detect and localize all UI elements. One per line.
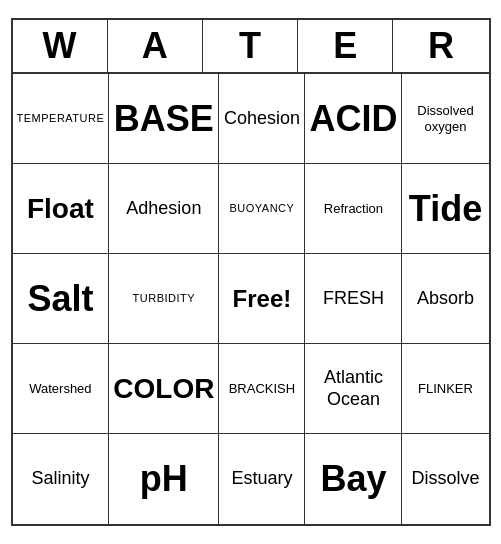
cell-text: BRACKISH [229,381,295,397]
bingo-cell: Adhesion [109,164,219,254]
bingo-cell: Float [13,164,110,254]
bingo-cell: FLINKER [402,344,488,434]
cell-text: Salinity [31,468,89,490]
cell-text: ACID [309,97,397,140]
bingo-cell: Estuary [219,434,305,524]
cell-text: BUOYANCY [229,202,294,215]
bingo-cell: Watershed [13,344,110,434]
header-letter: W [13,20,108,72]
cell-text: FRESH [323,288,384,310]
cell-text: Dissolved oxygen [406,103,484,134]
bingo-cell: Salinity [13,434,110,524]
cell-text: pH [140,457,188,500]
header-letter: T [203,20,298,72]
bingo-cell: Bay [305,434,402,524]
bingo-header: WATER [13,20,489,74]
bingo-cell: TEMPERATURE [13,74,110,164]
cell-text: Cohesion [224,108,300,130]
bingo-card: WATER TEMPERATUREBASECohesionACIDDissolv… [11,18,491,526]
bingo-cell: Tide [402,164,488,254]
cell-text: TURBIDITY [133,292,196,305]
cell-text: Tide [409,187,482,230]
cell-text: Adhesion [126,198,201,220]
bingo-cell: ACID [305,74,402,164]
cell-text: Salt [27,277,93,320]
bingo-cell: Absorb [402,254,488,344]
cell-text: Free! [233,285,292,313]
cell-text: Dissolve [411,468,479,490]
cell-text: Estuary [231,468,292,490]
bingo-cell: pH [109,434,219,524]
bingo-cell: Cohesion [219,74,305,164]
cell-text: Watershed [29,381,91,397]
header-letter: E [298,20,393,72]
bingo-cell: COLOR [109,344,219,434]
bingo-cell: BRACKISH [219,344,305,434]
bingo-cell: BASE [109,74,219,164]
cell-text: TEMPERATURE [17,112,105,125]
bingo-cell: Refraction [305,164,402,254]
bingo-cell: Atlantic Ocean [305,344,402,434]
cell-text: Float [27,192,94,226]
cell-text: Bay [320,457,386,500]
bingo-cell: Free! [219,254,305,344]
cell-text: BASE [114,97,214,140]
bingo-cell: Salt [13,254,110,344]
bingo-grid: TEMPERATUREBASECohesionACIDDissolved oxy… [13,74,489,524]
bingo-cell: FRESH [305,254,402,344]
cell-text: COLOR [113,372,214,406]
cell-text: FLINKER [418,381,473,397]
cell-text: Atlantic Ocean [309,367,397,410]
header-letter: R [393,20,488,72]
bingo-cell: BUOYANCY [219,164,305,254]
bingo-cell: Dissolve [402,434,488,524]
cell-text: Refraction [324,201,383,217]
bingo-cell: TURBIDITY [109,254,219,344]
cell-text: Absorb [417,288,474,310]
bingo-cell: Dissolved oxygen [402,74,488,164]
header-letter: A [108,20,203,72]
